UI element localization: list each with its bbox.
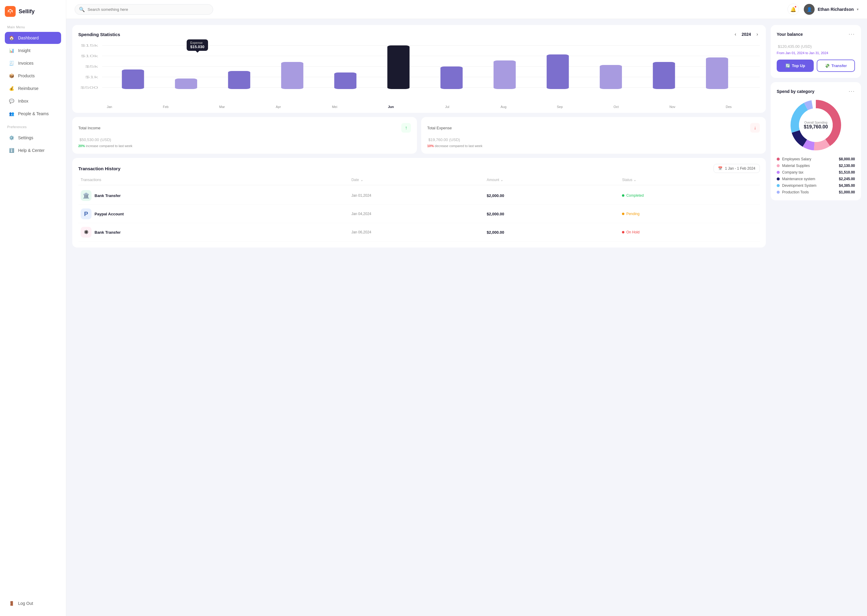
spend-category-card: Spend by category ···	[771, 82, 861, 200]
chart-prev-button[interactable]: ‹	[733, 31, 738, 38]
sidebar-item-help-label: Help & Center	[18, 148, 44, 153]
sidebar-item-reimburse-label: Reimburse	[18, 86, 39, 91]
help-icon: ℹ️	[8, 148, 14, 153]
sidebar-item-settings-label: Settings	[18, 135, 33, 140]
chart-area: $15k $10k $5k $1k $500	[78, 42, 760, 102]
category-dot-3	[777, 178, 780, 181]
notification-button[interactable]: 🔔	[788, 4, 799, 15]
expense-value: $19,760.00(USD)	[427, 134, 760, 143]
balance-period: From Jan 01, 2024 to Jan 31, 2024	[777, 51, 855, 55]
month-nov: Nov	[644, 105, 700, 108]
category-item: Company tax $1,510.00	[777, 170, 855, 174]
category-amount-2: $1,510.00	[839, 170, 855, 174]
sidebar-item-dashboard-label: Dashboard	[18, 36, 39, 40]
category-list: Employees Salary $8,000.00 Material Supp…	[777, 157, 855, 194]
category-name-3: Maintenance system	[782, 177, 815, 181]
month-des: Des	[700, 105, 757, 108]
sidebar-item-products[interactable]: 📦 Products	[5, 70, 61, 82]
chart-title: Spending Statistics	[78, 32, 120, 37]
logout-label: Log Out	[18, 601, 33, 606]
notification-dot	[794, 5, 797, 8]
tx-status-1: Completed	[622, 193, 757, 198]
category-amount-1: $2,130.00	[839, 163, 855, 168]
category-item: Employees Salary $8,000.00	[777, 157, 855, 161]
sidebar: Sellify Main Menu 🏠 Dashboard 📊 Insight …	[0, 0, 66, 616]
col-date: Date ⌄	[351, 178, 487, 182]
sidebar-item-people[interactable]: 👥 People & Teams	[5, 108, 61, 120]
topup-button[interactable]: 🔄 Top Up	[777, 60, 814, 72]
category-name-0: Employees Salary	[782, 157, 811, 161]
tx-amount-3: $2,000.00	[487, 230, 622, 235]
content-right: Your balance ··· $120,435.00(USD) From J…	[771, 25, 861, 610]
income-value: $50,530.00(USD)	[78, 134, 411, 143]
main-menu-label: Main Menu	[7, 25, 61, 29]
category-dot-0	[777, 158, 780, 160]
sidebar-item-inbox[interactable]: 💬 Inbox	[5, 95, 61, 107]
chart-year: 2024	[742, 32, 751, 37]
income-trend-icon: ↑	[401, 123, 411, 133]
sidebar-item-inbox-label: Inbox	[18, 99, 28, 104]
svg-rect-12	[228, 71, 251, 89]
date-range-button[interactable]: 📅 1 Jan - 1 Feb 2024	[714, 164, 760, 173]
sidebar-item-dashboard[interactable]: 🏠 Dashboard	[5, 32, 61, 44]
month-mei: Mei	[306, 105, 363, 108]
table-row: 🏛️ Bank Transfer Jan 01,2024 $2,000.00 C…	[78, 187, 760, 205]
svg-text:$1k: $1k	[85, 75, 98, 79]
main-area: 🔍 🔔 👤 Ethan Richardson ▾ Spending	[66, 0, 867, 616]
transfer-icon: 💸	[825, 63, 830, 68]
search-bar: 🔍	[75, 4, 213, 15]
balance-more-button[interactable]: ···	[849, 31, 855, 37]
month-jun: Jun	[363, 105, 419, 108]
sidebar-item-insight[interactable]: 📊 Insight	[5, 44, 61, 57]
sidebar-item-reimburse[interactable]: 💰 Reimburse	[5, 82, 61, 94]
category-item: Production Tools $1,000.00	[777, 190, 855, 194]
spending-chart-card: Spending Statistics ‹ 2024 ›	[72, 25, 766, 113]
month-jul: Jul	[419, 105, 475, 108]
insight-icon: 📊	[8, 47, 14, 53]
transaction-history-card: Transaction History 📅 1 Jan - 1 Feb 2024…	[72, 158, 766, 248]
search-input[interactable]	[75, 4, 213, 15]
tx-icon-3: ❋	[81, 227, 91, 237]
category-amount-0: $8,000.00	[839, 157, 855, 161]
category-name-2: Company tax	[782, 170, 804, 174]
category-name-1: Material Supplies	[782, 163, 810, 168]
balance-actions: 🔄 Top Up 💸 Transfer	[777, 60, 855, 72]
tx-info-2: P Paypal Account	[81, 209, 351, 219]
user-profile[interactable]: 👤 Ethan Richardson ▾	[804, 4, 859, 15]
category-dot-4	[777, 184, 780, 187]
tx-icon-1: 🏛️	[81, 190, 91, 201]
chevron-down-icon: ▾	[857, 7, 859, 11]
chart-month-labels: Jan Feb Mar Apr Mei Jun Jul Aug Sep Oct …	[78, 105, 760, 108]
logo: Sellify	[5, 6, 61, 17]
table-row: P Paypal Account Jan 04,2024 $2,000.00 P…	[78, 205, 760, 223]
total-expense-card: Total Expense ↓ $19,760.00(USD) 10% decr…	[421, 117, 766, 154]
transfer-button[interactable]: 💸 Transfer	[817, 60, 855, 72]
month-apr: Apr	[250, 105, 306, 108]
month-feb: Feb	[137, 105, 194, 108]
logout-button[interactable]: 🚪 Log Out	[5, 597, 61, 610]
svg-rect-17	[493, 60, 516, 89]
tx-name-2: Paypal Account	[95, 212, 124, 216]
topbar: 🔍 🔔 👤 Ethan Richardson ▾	[66, 0, 867, 19]
svg-rect-21	[706, 57, 728, 89]
svg-text:$15k: $15k	[81, 44, 98, 47]
category-name-4: Development System	[782, 184, 817, 188]
settings-icon: ⚙️	[8, 135, 14, 141]
category-dot-1	[777, 164, 780, 167]
sidebar-item-people-label: People & Teams	[18, 111, 49, 116]
sidebar-item-settings[interactable]: ⚙️ Settings	[5, 132, 61, 144]
status-label-2: Pending	[626, 212, 639, 216]
category-name-5: Production Tools	[782, 190, 809, 194]
category-amount-4: $4,385.00	[839, 184, 855, 188]
sidebar-item-help[interactable]: ℹ️ Help & Center	[5, 145, 61, 156]
inbox-icon: 💬	[8, 98, 14, 104]
category-more-button[interactable]: ···	[849, 88, 855, 94]
tx-date-3: Jan 06,2024	[351, 230, 487, 234]
avatar-icon: 👤	[807, 7, 812, 12]
category-amount-3: $2,245.00	[839, 177, 855, 181]
svg-text:$5k: $5k	[85, 65, 98, 68]
chart-next-button[interactable]: ›	[755, 31, 760, 38]
tx-date-2: Jan 04,2024	[351, 212, 487, 216]
sidebar-item-invoices[interactable]: 🧾 Invoices	[5, 57, 61, 69]
status-dot-2	[622, 213, 624, 215]
